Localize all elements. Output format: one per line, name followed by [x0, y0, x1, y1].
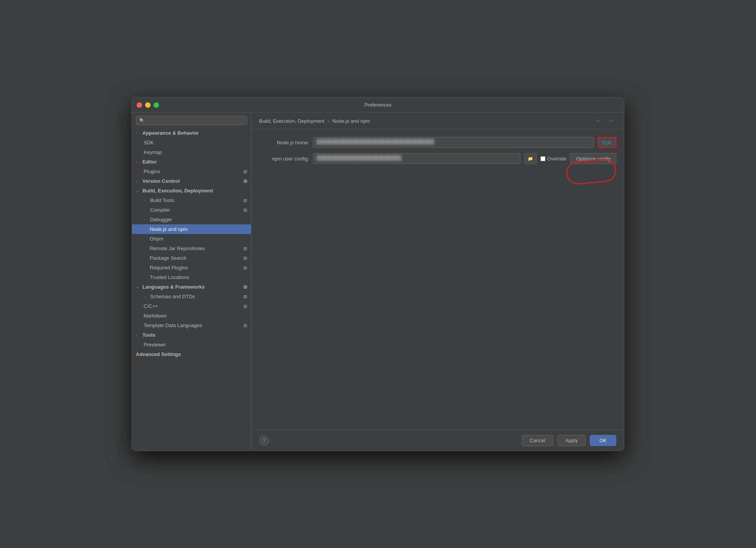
action-buttons: Cancel Apply OK: [522, 435, 616, 446]
detail-panel: Build, Execution, Deployment › Node.js a…: [251, 113, 624, 451]
grid-icon: ▦: [243, 304, 247, 309]
sidebar-item-previewer[interactable]: Previewer: [132, 340, 251, 349]
sidebar-item-debugger[interactable]: › Debugger: [132, 215, 251, 224]
sidebar-item-version-control[interactable]: › Version Control ▦: [132, 176, 251, 186]
sidebar-item-build-execution-deployment[interactable]: ⌄ Build, Execution, Deployment: [132, 186, 251, 195]
chevron-icon: ›: [144, 199, 148, 202]
chevron-icon: ›: [144, 218, 148, 222]
nav-back-button[interactable]: ←: [593, 117, 604, 125]
override-checkbox[interactable]: [540, 156, 545, 161]
sidebar-item-label: Build Tools: [150, 197, 174, 203]
search-input[interactable]: [147, 118, 244, 123]
sidebar-item-label: Markdown: [144, 313, 167, 319]
nodejs-home-value: ████████████████████████████████████: [316, 139, 434, 144]
nav-buttons: ← →: [593, 117, 616, 125]
sidebar-item-label: Previewer: [144, 342, 166, 348]
sidebar-item-sdk[interactable]: SDK: [132, 138, 251, 147]
sidebar-item-label: Node.js and npm: [150, 226, 187, 232]
chevron-icon: ›: [136, 179, 140, 183]
sidebar-item-build-tools[interactable]: › Build Tools ▦: [132, 195, 251, 205]
sidebar-item-label: Plugins: [144, 169, 160, 174]
sidebar-item-tools[interactable]: › Tools: [132, 330, 251, 340]
override-label: Override: [547, 156, 567, 162]
breadcrumb-parent: Build, Execution, Deployment: [259, 118, 324, 124]
optimize-config-button[interactable]: Optimize config: [570, 153, 616, 164]
sidebar-item-markdown[interactable]: Markdown: [132, 311, 251, 321]
bottom-bar: ? Cancel Apply OK: [251, 430, 624, 451]
sidebar-item-package-search[interactable]: Package Search ▦: [132, 253, 251, 263]
traffic-lights: [137, 102, 159, 108]
nodejs-home-field[interactable]: ████████████████████████████████████: [313, 137, 594, 148]
sidebar-item-label: Build, Execution, Deployment: [142, 188, 213, 194]
sidebar-item-label: Package Search: [150, 255, 186, 261]
sidebar-item-label: Compiler: [150, 207, 170, 213]
title-bar: Preferences: [132, 97, 624, 113]
sidebar: 🔍 › Appearance & Behavior SDK Keymap › E…: [132, 113, 251, 451]
sidebar-item-label: Trusted Locations: [150, 274, 189, 280]
sidebar-item-label: Template Data Languages: [144, 322, 202, 328]
sidebar-item-editor[interactable]: › Editor: [132, 157, 251, 167]
sidebar-item-required-plugins[interactable]: Required Plugins ▦: [132, 263, 251, 272]
sidebar-item-label: Version Control: [142, 178, 180, 184]
grid-icon: ▦: [243, 265, 247, 270]
override-checkbox-container[interactable]: Override: [540, 156, 567, 162]
sidebar-item-remote-jar-repositories[interactable]: Remote Jar Repositories ▦: [132, 244, 251, 253]
sidebar-item-label: Schemas and DTDs: [150, 294, 195, 299]
sidebar-item-languages-frameworks[interactable]: ⌄ Languages & Frameworks ▦: [132, 282, 251, 292]
sidebar-item-label: Keymap: [144, 149, 162, 155]
window-title: Preferences: [365, 102, 391, 108]
apply-button[interactable]: Apply: [557, 435, 586, 446]
close-button[interactable]: [137, 102, 142, 108]
preferences-window: Preferences 🔍 › Appearance & Behavior SD…: [132, 97, 624, 451]
sidebar-item-label: Ohpm: [150, 236, 163, 242]
sidebar-item-label: Debugger: [150, 217, 172, 222]
maximize-button[interactable]: [154, 102, 159, 108]
npm-user-config-field[interactable]: ██████████████████████████: [313, 153, 520, 164]
chevron-icon: ›: [144, 295, 148, 299]
grid-icon: ▦: [243, 284, 247, 289]
sidebar-item-label: Advanced Settings: [136, 351, 181, 357]
ok-button[interactable]: OK: [590, 435, 616, 446]
nav-forward-button[interactable]: →: [605, 117, 616, 125]
chevron-icon: ›: [136, 131, 140, 135]
search-box[interactable]: 🔍: [136, 116, 247, 125]
sidebar-item-keymap[interactable]: Keymap: [132, 147, 251, 157]
breadcrumb-current: Node.js and npm: [332, 118, 370, 124]
sidebar-item-cpp[interactable]: C/C++ ▦: [132, 301, 251, 311]
sidebar-item-plugins[interactable]: Plugins ▦: [132, 167, 251, 176]
sidebar-item-label: Appearance & Behavior: [142, 130, 199, 136]
grid-icon: ▦: [243, 323, 247, 328]
grid-icon: ▦: [243, 207, 247, 212]
npm-user-config-row: npm user config: ███████████████████████…: [259, 153, 616, 164]
npm-user-config-value: ██████████████████████████: [316, 155, 401, 160]
main-content: 🔍 › Appearance & Behavior SDK Keymap › E…: [132, 113, 624, 451]
sidebar-item-nodejs-npm[interactable]: Node.js and npm: [132, 224, 251, 234]
help-button[interactable]: ?: [259, 436, 269, 446]
breadcrumb-separator: ›: [328, 118, 329, 124]
edit-button[interactable]: Edit: [598, 137, 616, 148]
sidebar-item-schemas-dtds[interactable]: › Schemas and DTDs ▦: [132, 292, 251, 301]
sidebar-item-appearance-behavior[interactable]: › Appearance & Behavior: [132, 128, 251, 138]
sidebar-item-ohpm[interactable]: Ohpm: [132, 234, 251, 244]
chevron-icon: ›: [136, 333, 140, 337]
minimize-button[interactable]: [145, 102, 151, 108]
sidebar-item-compiler[interactable]: › Compiler ▦: [132, 205, 251, 215]
grid-icon: ▦: [243, 169, 247, 174]
folder-button[interactable]: 📁: [524, 153, 537, 164]
grid-icon: ▦: [243, 179, 247, 184]
nodejs-home-row: Node.js home: ██████████████████████████…: [259, 137, 616, 148]
search-icon: 🔍: [139, 118, 145, 123]
sidebar-item-trusted-locations[interactable]: Trusted Locations: [132, 272, 251, 282]
sidebar-item-label: C/C++: [144, 303, 158, 309]
grid-icon: ▦: [243, 294, 247, 299]
sidebar-item-template-data-languages[interactable]: Template Data Languages ▦: [132, 321, 251, 330]
content-area: Node.js home: ██████████████████████████…: [251, 129, 624, 430]
chevron-icon: ›: [144, 208, 148, 212]
sidebar-item-label: SDK: [144, 140, 154, 145]
chevron-icon: ⌄: [136, 285, 140, 289]
cancel-button[interactable]: Cancel: [522, 435, 553, 446]
nodejs-home-label: Node.js home:: [259, 140, 309, 145]
sidebar-item-advanced-settings[interactable]: Advanced Settings: [132, 349, 251, 359]
sidebar-item-label: Remote Jar Repositories: [150, 246, 205, 251]
sidebar-item-label: Required Plugins: [150, 265, 188, 271]
